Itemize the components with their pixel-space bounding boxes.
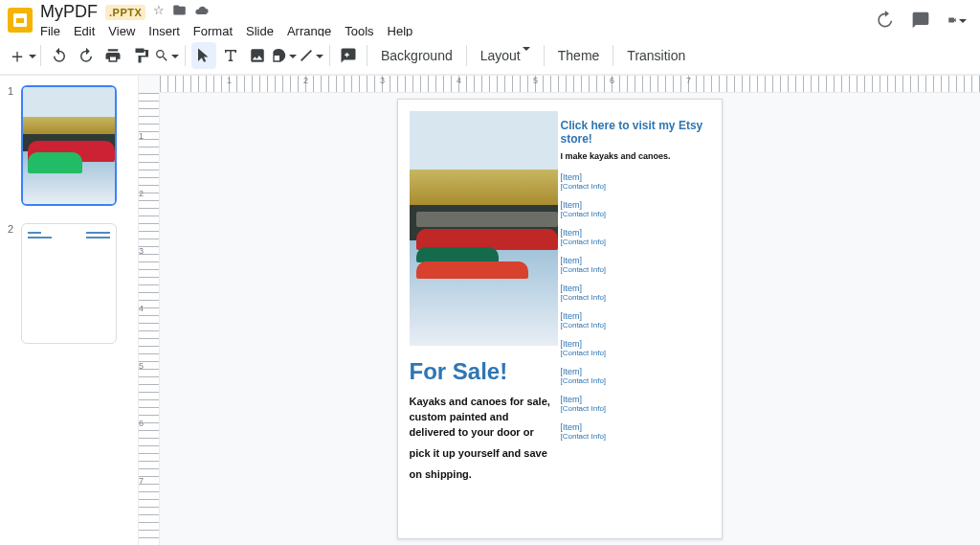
zoom-button[interactable] xyxy=(154,42,179,69)
list-item: [Item][Contact Info] xyxy=(561,311,706,329)
textbox-button[interactable] xyxy=(218,42,243,69)
select-tool[interactable] xyxy=(191,42,216,69)
app-header: MyPDF .PPTX ☆ File Edit View Insert Form xyxy=(0,0,980,36)
slide-number: 1 xyxy=(8,85,15,206)
doc-title[interactable]: MyPDF xyxy=(40,2,98,22)
star-icon[interactable]: ☆ xyxy=(153,3,165,21)
list-item: [Item][Contact Info] xyxy=(561,172,706,191)
layout-button[interactable]: Layout xyxy=(473,48,538,63)
paint-format-button[interactable] xyxy=(127,42,152,69)
list-item: [Item][Contact Info] xyxy=(561,284,706,302)
line-button[interactable] xyxy=(299,42,323,69)
list-item: [Item][Contact Info] xyxy=(561,367,706,385)
ruler-horizontal: 123 456 7 xyxy=(160,76,980,93)
print-button[interactable] xyxy=(100,42,125,69)
list-item: [Item][Contact Info] xyxy=(561,339,706,357)
slide-image[interactable] xyxy=(410,111,558,346)
background-button[interactable]: Background xyxy=(373,48,460,63)
shape-button[interactable] xyxy=(272,42,297,69)
present-icon[interactable] xyxy=(947,11,967,30)
editor-canvas[interactable]: 123 456 7 123 456 7 xyxy=(139,76,980,545)
slide-thumbnail-2[interactable] xyxy=(21,223,117,344)
slide-number: 2 xyxy=(8,223,15,344)
file-type-badge: .PPTX xyxy=(105,5,145,20)
slides-logo xyxy=(8,8,33,33)
comment-add-button[interactable] xyxy=(336,42,361,69)
theme-button[interactable]: Theme xyxy=(550,48,608,63)
new-slide-button[interactable]: ＋ xyxy=(10,42,34,69)
move-icon[interactable] xyxy=(172,3,187,21)
item-list: [Item][Contact Info] [Item][Contact Info… xyxy=(561,172,706,441)
list-item: [Item][Contact Info] xyxy=(561,200,706,218)
subheading: I make kayaks and canoes. xyxy=(561,151,706,161)
list-item: [Item][Contact Info] xyxy=(561,256,706,274)
cloud-status-icon[interactable] xyxy=(194,3,210,21)
transition-button[interactable]: Transition xyxy=(619,48,693,63)
undo-button[interactable] xyxy=(47,42,72,69)
image-button[interactable] xyxy=(245,42,270,69)
comment-icon[interactable] xyxy=(911,11,930,30)
slide-thumbnail-1[interactable]: Click here to visit my Etsy store! [Item… xyxy=(21,85,117,206)
ruler-vertical: 123 456 7 xyxy=(139,93,160,545)
filmstrip: 1 Click here to visit my Etsy store! [It… xyxy=(0,76,139,545)
for-sale-heading: For Sale! xyxy=(410,358,558,385)
description-text: Kayaks and canoes for sale, custom paint… xyxy=(410,395,558,483)
slide-page[interactable]: Click here to visit my Etsy store! I mak… xyxy=(397,99,723,539)
list-item: [Item][Contact Info] xyxy=(561,422,706,441)
toolbar: ＋ Background Layout Theme Transition xyxy=(0,36,980,75)
list-item: [Item][Contact Info] xyxy=(561,228,706,246)
redo-button[interactable] xyxy=(74,42,99,69)
etsy-link[interactable]: Click here to visit my Etsy store! xyxy=(561,119,706,146)
list-item: [Item][Contact Info] xyxy=(561,395,706,413)
history-icon[interactable] xyxy=(875,11,894,30)
